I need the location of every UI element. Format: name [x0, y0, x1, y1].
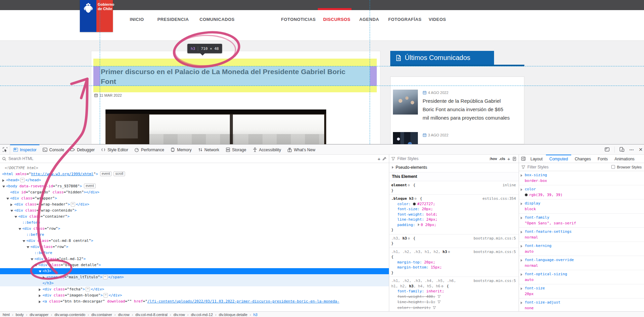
- node-picker-button[interactable]: [0, 145, 10, 154]
- nav-item-fotonoticias[interactable]: FOTONOTICIAS: [281, 17, 316, 22]
- markup-node[interactable]: <html xmlns="http://www.w3.org/1999/xhtm…: [0, 171, 389, 177]
- expand-arrow-icon[interactable]: [39, 288, 41, 291]
- rule-source-link[interactable]: bootstrap.min.css:5: [473, 278, 516, 284]
- nav-item-videos[interactable]: VIDEOS: [429, 17, 446, 22]
- css-declaration[interactable]: font-weight: bold;: [397, 212, 516, 217]
- markup-node[interactable]: <div class="row">: [0, 226, 389, 232]
- markup-node[interactable]: <body data-rsevent-id="rs_937808">event: [0, 183, 389, 189]
- expand-arrow-icon[interactable]: [43, 276, 45, 279]
- computed-property[interactable]: font-kerningauto: [519, 242, 644, 256]
- nav-item-fotografías[interactable]: FOTOGRAFÍAS: [388, 17, 422, 22]
- css-declaration[interactable]: margin-top: 20px;: [397, 260, 516, 265]
- collapse-arrow-icon[interactable]: [27, 246, 29, 248]
- css-declaration[interactable]: padding: 0 20px;: [397, 222, 516, 228]
- markup-node[interactable]: ::before: [0, 220, 389, 226]
- computed-property[interactable]: displayblock: [519, 199, 644, 214]
- expand-arrow-icon[interactable]: [521, 174, 522, 177]
- rules-filter-bar[interactable]: Filter Styles :hov .cls +: [389, 155, 519, 163]
- markup-node[interactable]: <div class="fecha">⋯</div>: [0, 286, 389, 292]
- computed-property[interactable]: font-size-adjustnone: [519, 298, 644, 311]
- markup-node[interactable]: <div class="row">: [0, 244, 389, 250]
- nav-item-presidencia[interactable]: PRESIDENCIA: [157, 17, 189, 22]
- expand-arrow-icon[interactable]: [39, 300, 41, 303]
- browser-styles-checkbox[interactable]: [611, 165, 615, 169]
- print-media-icon[interactable]: [512, 157, 517, 161]
- toggle-hover-button[interactable]: :hov: [489, 157, 497, 161]
- gobierno-de-chile-logo[interactable]: Gobierno de Chile: [80, 0, 113, 32]
- markup-node[interactable]: <span id="main_ltTitulo">⋯</span>: [0, 274, 389, 280]
- breadcrumb-item[interactable]: div.container: [91, 313, 112, 317]
- markup-node[interactable]: <div class="col-md-8 central">: [0, 238, 389, 244]
- collapse-arrow-icon[interactable]: [6, 198, 9, 200]
- comunicados-header[interactable]: Últimos Comunicados: [390, 51, 494, 65]
- color-swatch[interactable]: [413, 202, 416, 205]
- rule-selector[interactable]: bootstrap.min.css:5.h3, h3⚙ {: [391, 236, 516, 241]
- css-declaration[interactable]: line-height: 1.1;: [397, 299, 516, 305]
- expand-arrow-icon[interactable]: [521, 245, 522, 248]
- expand-arrow-icon[interactable]: [521, 287, 522, 290]
- rule-source-link[interactable]: estilos.css:354: [483, 196, 516, 201]
- devtools-tab-whats-new[interactable]: What's New: [284, 145, 318, 154]
- collapse-arrow-icon[interactable]: [10, 210, 13, 212]
- expand-arrow-icon[interactable]: [2, 179, 4, 182]
- expand-ellipsis-badge[interactable]: ⋯: [20, 178, 25, 182]
- news-item[interactable]: 4 AGO 2022Presidente de la República Gab…: [393, 90, 513, 122]
- expand-arrow-icon[interactable]: [521, 202, 522, 205]
- highlight-selector-icon[interactable]: ⚙: [408, 183, 410, 187]
- markup-node[interactable]: </h3>: [0, 280, 389, 286]
- expand-ellipsis-badge[interactable]: ⋯: [103, 293, 108, 297]
- breadcrumb-item[interactable]: div.wrapper: [30, 313, 49, 317]
- markup-search-bar[interactable]: Search HTML +: [0, 155, 389, 163]
- markup-node[interactable]: <head>⋯</head>: [0, 177, 389, 183]
- breadcrumb-item[interactable]: div.wrap-contenido: [55, 313, 86, 317]
- add-rule-icon[interactable]: +: [507, 156, 510, 162]
- rule-source-link[interactable]: bootstrap.min.css:5: [473, 249, 516, 255]
- computed-property[interactable]: font-family"Open Sans", sans-serif: [519, 214, 644, 228]
- rule-selector[interactable]: estilos.css:354.bloque h3⚙ {: [391, 196, 516, 201]
- highlight-selector-icon[interactable]: ⚙: [448, 250, 450, 254]
- markup-node[interactable]: <div class="col-md-12">: [0, 256, 389, 262]
- css-declaration[interactable]: font-family: inherit;: [397, 289, 516, 294]
- nav-item-comunicados[interactable]: COMUNICADOS: [200, 17, 235, 22]
- nav-item-agenda[interactable]: AGENDA: [359, 17, 379, 22]
- expand-ellipsis-badge[interactable]: ⋯: [103, 275, 108, 279]
- computed-property[interactable]: font-optical-sizingauto: [519, 270, 644, 284]
- computed-property[interactable]: font-language-overridenormal: [519, 256, 644, 270]
- devtools-tab-storage[interactable]: Storage: [222, 145, 249, 154]
- badge-event[interactable]: event: [84, 184, 95, 188]
- devtools-tab-network[interactable]: Network: [195, 145, 222, 154]
- markup-node[interactable]: ::before: [0, 232, 389, 238]
- breadcrumb-item[interactable]: body: [16, 313, 24, 317]
- sidebar-tab-fonts[interactable]: Fonts: [594, 155, 611, 163]
- markup-node[interactable]: <div id="cargando" class="hidden"></div>: [0, 189, 389, 195]
- css-declaration[interactable]: line-height: 24px;: [397, 217, 516, 222]
- collapse-arrow-icon[interactable]: [19, 228, 21, 230]
- breadcrumb-item[interactable]: h3: [253, 313, 257, 317]
- devtools-tab-memory[interactable]: Memory: [167, 145, 194, 154]
- devtools-tab-inspector[interactable]: Inspector: [10, 145, 39, 154]
- highlight-selector-icon[interactable]: ⚙: [415, 197, 417, 200]
- nav-item-inicio[interactable]: INICIO: [130, 17, 144, 22]
- overridden-filter-icon[interactable]: [437, 295, 441, 299]
- css-declaration[interactable]: font-size: 20px;: [397, 207, 516, 212]
- markup-node[interactable]: <div class="wrapper">: [0, 195, 389, 201]
- highlight-selector-icon[interactable]: ⚙: [408, 236, 410, 240]
- overridden-filter-icon[interactable]: [437, 300, 441, 305]
- markup-node[interactable]: <div class="wrap-contenido">: [0, 208, 389, 214]
- add-node-icon[interactable]: +: [377, 156, 380, 162]
- markup-node[interactable]: ::before: [0, 250, 389, 256]
- expand-arrow-icon[interactable]: [39, 294, 41, 297]
- rule-selector[interactable]: {: [391, 254, 516, 260]
- devtools-tab-console[interactable]: Console: [39, 145, 67, 154]
- news-item[interactable]: 3 AGO 2022: [393, 132, 513, 144]
- collapse-arrow-icon[interactable]: [39, 271, 41, 273]
- computed-property[interactable]: box-sizingborder-box: [519, 171, 644, 185]
- sidebar-tab-animations[interactable]: Animations: [611, 155, 638, 163]
- css-declaration[interactable]: color: inherit;: [397, 305, 516, 311]
- expand-shorthand-icon[interactable]: [418, 223, 420, 226]
- expand-arrow-icon[interactable]: [521, 302, 522, 304]
- rule-source-link[interactable]: bootstrap.min.css:5: [473, 236, 516, 241]
- overridden-filter-icon[interactable]: [433, 306, 436, 310]
- expand-arrow-icon[interactable]: [521, 188, 522, 191]
- badge-scroll[interactable]: scroll: [114, 171, 125, 176]
